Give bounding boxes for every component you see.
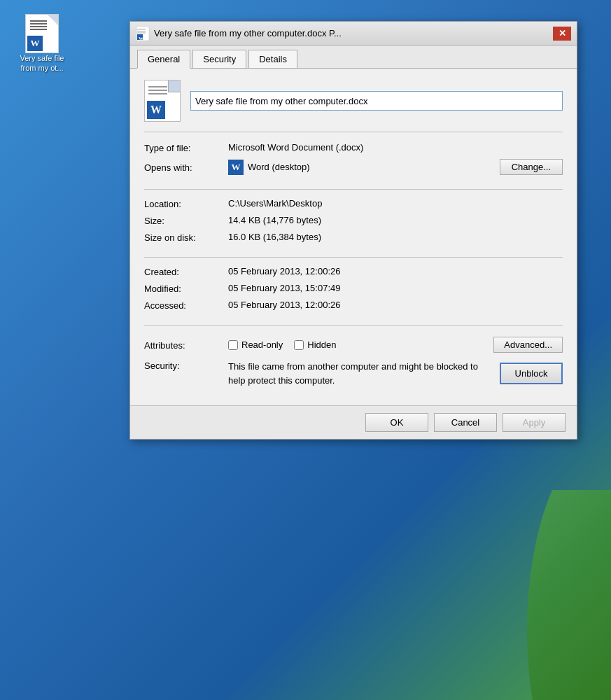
desktop: W Very safe file from my ot... W Very sa [0, 0, 611, 700]
desktop-icon-label: Very safe file from my ot... [20, 53, 64, 74]
location-section: Location: C:\Users\Mark\Desktop Size: 14… [144, 198, 563, 258]
content-area: W Type of file: Microsoft Word Document … [130, 69, 577, 405]
readonly-checkbox[interactable] [228, 340, 238, 350]
accessed-value: 05 February 2013, 12:00:26 [228, 300, 563, 310]
accessed-row: Accessed: 05 February 2013, 12:00:26 [144, 300, 563, 311]
security-row: Security: This file came from another co… [144, 360, 563, 387]
properties-dialog: W Very safe file from my other computer.… [129, 21, 577, 440]
type-section: Type of file: Microsoft Word Document (.… [144, 142, 563, 190]
file-icon-lines-large [148, 86, 167, 97]
cancel-button[interactable]: Cancel [434, 413, 497, 432]
desktop-file-icon: W [25, 14, 59, 53]
modified-row: Modified: 05 February 2013, 15:07:49 [144, 283, 563, 294]
checkbox-group: Read-only Hidden [228, 340, 493, 350]
size-value: 14.4 KB (14,776 bytes) [228, 215, 563, 225]
hidden-label: Hidden [307, 340, 336, 350]
file-name-input[interactable] [190, 91, 563, 111]
unblock-button[interactable]: Unblock [500, 363, 563, 384]
readonly-label: Read-only [241, 340, 283, 350]
security-text: This file came from another computer and… [228, 360, 489, 387]
location-row: Location: C:\Users\Mark\Desktop [144, 198, 563, 209]
opens-with-row: Opens with: W Word (desktop) Change... [144, 159, 563, 175]
file-icon-large: W [144, 80, 181, 122]
security-label: Security: [144, 360, 228, 371]
file-icon-word-badge: W [147, 101, 165, 119]
location-label: Location: [144, 198, 228, 209]
desktop-icon[interactable]: W Very safe file from my ot... [14, 14, 70, 74]
size-on-disk-row: Size on disk: 16.0 KB (16,384 bytes) [144, 232, 563, 243]
tab-general[interactable]: General [137, 50, 190, 69]
modified-value: 05 February 2013, 15:07:49 [228, 283, 563, 293]
svg-text:W: W [139, 36, 143, 41]
window-title: Very safe file from my other computer.do… [154, 28, 553, 38]
bottom-bar: OK Cancel Apply [130, 405, 577, 439]
dates-section: Created: 05 February 2013, 12:00:26 Modi… [144, 266, 563, 326]
modified-label: Modified: [144, 283, 228, 294]
file-type-label: Type of file: [144, 142, 228, 153]
created-value: 05 February 2013, 12:00:26 [228, 266, 563, 276]
opens-with-label: Opens with: [144, 162, 228, 173]
tab-security[interactable]: Security [192, 50, 246, 68]
background-foliage [499, 490, 611, 700]
file-name-section: W [144, 80, 563, 132]
ok-button[interactable]: OK [365, 413, 428, 432]
file-type-row: Type of file: Microsoft Word Document (.… [144, 142, 563, 153]
location-value: C:\Users\Mark\Desktop [228, 198, 563, 209]
title-bar-icon: W [136, 27, 150, 41]
opens-with-icon: W [228, 160, 244, 175]
word-badge-icon: W [27, 36, 43, 51]
size-label: Size: [144, 215, 228, 226]
advanced-button[interactable]: Advanced... [493, 337, 563, 353]
title-word-icon: W [136, 27, 150, 41]
hidden-checkbox[interactable] [294, 340, 304, 350]
accessed-label: Accessed: [144, 300, 228, 311]
title-bar: W Very safe file from my other computer.… [130, 22, 577, 46]
tab-bar: General Security Details [130, 46, 577, 69]
file-icon-paper: W [144, 80, 181, 122]
readonly-checkbox-item: Read-only [228, 340, 283, 350]
opens-with-value: Word (desktop) [248, 162, 500, 172]
apply-button[interactable]: Apply [503, 413, 566, 432]
hidden-checkbox-item: Hidden [294, 340, 336, 350]
change-button[interactable]: Change... [500, 159, 563, 175]
size-on-disk-label: Size on disk: [144, 232, 228, 243]
created-row: Created: 05 February 2013, 12:00:26 [144, 266, 563, 277]
attributes-label: Attributes: [144, 340, 228, 351]
file-icon-lines [30, 20, 47, 30]
created-label: Created: [144, 266, 228, 277]
size-row: Size: 14.4 KB (14,776 bytes) [144, 215, 563, 226]
file-type-value: Microsoft Word Document (.docx) [228, 142, 563, 153]
attributes-row: Attributes: Read-only Hidden Advanced... [144, 334, 563, 353]
tab-details[interactable]: Details [248, 50, 297, 68]
size-on-disk-value: 16.0 KB (16,384 bytes) [228, 232, 563, 242]
close-button[interactable]: ✕ [553, 27, 571, 41]
